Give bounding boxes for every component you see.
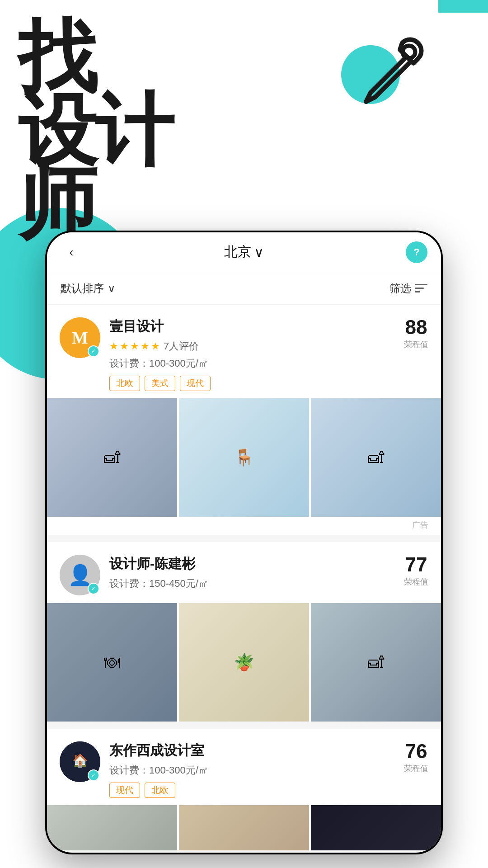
star-4: ★ (141, 340, 150, 352)
help-button[interactable]: ? (406, 241, 427, 263)
svg-text:🏠: 🏠 (72, 753, 88, 768)
card-1-tags: 北欧 美式 现代 (109, 376, 395, 391)
room-illustration-3: 🛋 (311, 398, 441, 517)
card-1-info: 壹目设计 ★ ★ ★ ★ ★ 7人评价 设计费：100-300元/㎡ (109, 317, 395, 391)
filter-icon (415, 283, 427, 293)
city-name: 北京 (224, 243, 251, 261)
star-3: ★ (130, 340, 139, 352)
designer-list[interactable]: M ✓ 壹目设计 ★ ★ ★ (47, 305, 441, 850)
photo-1-3[interactable]: 🛋 (311, 398, 441, 517)
photo-2-1[interactable]: 🍽 (47, 603, 177, 722)
filter-bar: 默认排序 ∨ 筛选 (47, 272, 441, 305)
filter-button[interactable]: 筛选 (389, 281, 427, 296)
card-3-header: 🏠 ✓ 东作西成设计室 设计费：100-300元/㎡ 现代 北欧 (60, 741, 428, 798)
designer-card-1: M ✓ 壹目设计 ★ ★ ★ (47, 305, 441, 535)
photo-3-1[interactable]: 💡 (47, 805, 177, 850)
card-1-name: 壹目设计 (109, 317, 395, 336)
svg-point-0 (403, 46, 415, 58)
room-illustration-7: 💡 (47, 805, 177, 850)
room-illustration-6: 🛋 (311, 603, 441, 722)
hero-text: 找 设计 师 (18, 14, 172, 248)
tag-nordic[interactable]: 北欧 (109, 376, 140, 391)
tag-modern-3[interactable]: 现代 (109, 783, 140, 798)
card-2-score: 77 荣程值 (404, 555, 428, 587)
verified-icon-3: ✓ (91, 772, 96, 778)
city-dropdown-icon: ∨ (254, 244, 264, 260)
card-1-avatar-wrap: M ✓ (60, 317, 100, 358)
sort-label: 默认排序 (61, 281, 104, 296)
room-illustration-8: 🛏 (179, 805, 309, 850)
card-3-info: 东作西成设计室 设计费：100-300元/㎡ 现代 北欧 (109, 741, 395, 798)
card-1-header: M ✓ 壹目设计 ★ ★ ★ (60, 317, 428, 391)
card-1-avatar-badge: ✓ (88, 345, 99, 357)
card-1-photos: 🛋 🪑 🛋 (47, 398, 441, 517)
app-header: ‹ 北京 ∨ ? (47, 232, 441, 272)
card-1-rating-count: 7人评价 (164, 340, 199, 353)
card-2-score-label: 荣程值 (404, 576, 428, 587)
card-3-score-label: 荣程值 (404, 763, 428, 774)
card-1-stars: ★ ★ ★ ★ ★ (109, 340, 160, 352)
photo-2-2[interactable]: 🪴 (179, 603, 309, 722)
photo-3-2[interactable]: 🛏 (179, 805, 309, 850)
svg-text:M: M (72, 328, 88, 347)
room-illustration-1: 🛋 (47, 398, 177, 517)
card-2-avatar-badge: ✓ (88, 583, 99, 594)
phone-screen: ‹ 北京 ∨ ? 默认排序 ∨ 筛选 (47, 232, 441, 853)
room-illustration-5: 🪴 (179, 603, 309, 722)
city-selector[interactable]: 北京 ∨ (224, 243, 264, 261)
room-illustration-4: 🍽 (47, 603, 177, 722)
card-3-score: 76 荣程值 (404, 741, 428, 774)
room-illustration-9: 🪞 (311, 805, 441, 850)
tag-modern[interactable]: 现代 (180, 376, 211, 391)
svg-text:👤: 👤 (68, 563, 93, 587)
card-3-avatar-badge: ✓ (88, 769, 99, 781)
verified-icon: ✓ (91, 348, 96, 354)
filter-label: 筛选 (389, 281, 411, 296)
phone-mockup: ‹ 北京 ∨ ? 默认排序 ∨ 筛选 (45, 231, 443, 854)
tag-nordic-3[interactable]: 北欧 (145, 783, 175, 798)
card-1-price: 设计费：100-300元/㎡ (109, 357, 395, 370)
card-2-info: 设计师-陈建彬 设计费：150-450元/㎡ (109, 555, 395, 596)
bg-rect-top (438, 0, 488, 13)
sort-dropdown-icon: ∨ (108, 282, 116, 295)
card-3-avatar-wrap: 🏠 ✓ (60, 741, 100, 782)
ad-label-1: 广告 (60, 517, 428, 535)
verified-icon-2: ✓ (91, 585, 96, 592)
star-5: ★ (151, 340, 160, 352)
card-2-photos: 🍽 🪴 🛋 (47, 603, 441, 722)
photo-2-3[interactable]: 🛋 (311, 603, 441, 722)
star-1: ★ (109, 340, 118, 352)
card-1-rating: ★ ★ ★ ★ ★ 7人评价 (109, 340, 395, 353)
card-2-price: 设计费：150-450元/㎡ (109, 577, 395, 590)
card-3-price: 设计费：100-300元/㎡ (109, 764, 395, 777)
card-1-score-number: 88 (405, 317, 427, 337)
room-illustration-2: 🪑 (179, 398, 309, 517)
card-1-score: 88 荣程值 (404, 317, 428, 350)
star-2: ★ (120, 340, 129, 352)
tag-american[interactable]: 美式 (145, 376, 175, 391)
designer-card-3: 🏠 ✓ 东作西成设计室 设计费：100-300元/㎡ 现代 北欧 (47, 729, 441, 850)
card-3-photos: 💡 🛏 🪞 (47, 805, 441, 850)
designer-card-2: 👤 ✓ 设计师-陈建彬 设计费：150-450元/㎡ 77 荣程值 (47, 542, 441, 722)
card-1-score-label: 荣程值 (404, 339, 428, 350)
card-2-name: 设计师-陈建彬 (109, 555, 395, 573)
sort-selector[interactable]: 默认排序 ∨ (61, 281, 116, 296)
photo-1-2[interactable]: 🪑 (179, 398, 309, 517)
back-button[interactable]: ‹ (61, 241, 82, 263)
card-2-score-number: 77 (405, 555, 427, 575)
card-3-name: 东作西成设计室 (109, 741, 395, 760)
card-3-tags: 现代 北欧 (109, 783, 395, 798)
card-2-avatar-wrap: 👤 ✓ (60, 555, 100, 595)
card-3-score-number: 76 (405, 741, 427, 761)
pen-icon (348, 25, 438, 115)
photo-1-1[interactable]: 🛋 (47, 398, 177, 517)
card-2-header: 👤 ✓ 设计师-陈建彬 设计费：150-450元/㎡ 77 荣程值 (60, 555, 428, 596)
photo-3-3[interactable]: 🪞 (311, 805, 441, 850)
